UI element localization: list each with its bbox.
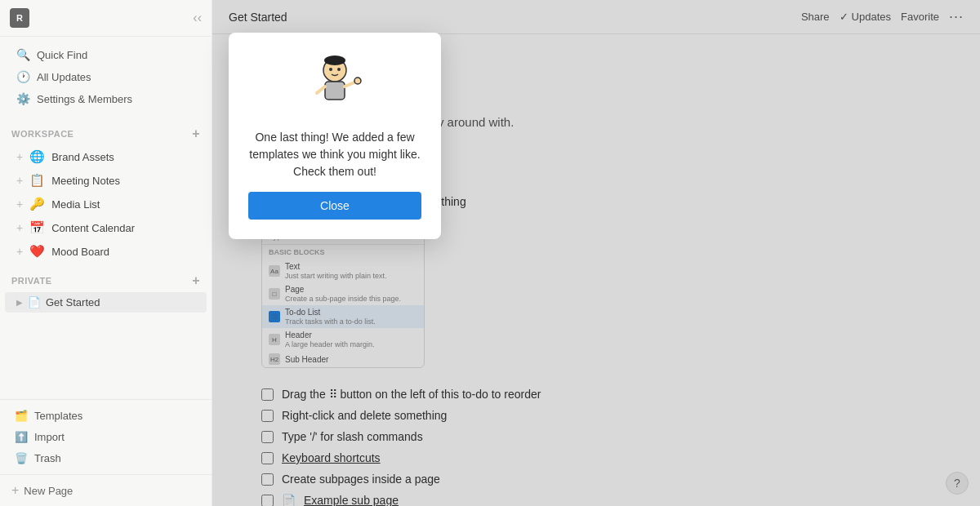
sidebar-item-media-list-label: Media List xyxy=(51,198,100,211)
brand-assets-icon: 🌐 xyxy=(29,149,45,164)
sidebar: R ‹‹ 🔍 Quick Find 🕐 All Updates ⚙️ Setti… xyxy=(0,0,212,506)
workspace-icon: R xyxy=(10,8,29,28)
sidebar-toggle-button[interactable]: ‹‹ xyxy=(193,11,202,25)
sidebar-item-mood-board[interactable]: + ❤️ Mood Board xyxy=(5,240,207,263)
mood-board-icon: ❤️ xyxy=(29,244,45,259)
sidebar-item-all-updates[interactable]: 🕐 All Updates xyxy=(5,66,207,87)
sidebar-item-settings[interactable]: ⚙️ Settings & Members xyxy=(5,88,207,109)
svg-point-6 xyxy=(354,78,361,84)
sidebar-item-quick-find[interactable]: 🔍 Quick Find xyxy=(5,44,207,65)
modal-overlay: One last thing! We added a few templates… xyxy=(212,0,980,506)
new-page-button[interactable]: + New Page xyxy=(0,474,212,506)
svg-point-1 xyxy=(324,55,345,65)
meeting-notes-icon: 📋 xyxy=(29,173,45,188)
svg-line-7 xyxy=(317,87,325,93)
character-illustration xyxy=(302,52,368,118)
sidebar-item-trash[interactable]: 🗑️ Trash xyxy=(5,448,207,468)
sidebar-item-get-started[interactable]: ▶ 📄 Get Started xyxy=(5,292,207,313)
plus-icon: + xyxy=(16,198,23,211)
workspace-add-button[interactable]: + xyxy=(192,126,200,141)
plus-icon: + xyxy=(16,174,23,187)
sidebar-item-content-calendar-label: Content Calendar xyxy=(51,222,135,234)
workspace-section-label: WORKSPACE + xyxy=(0,117,212,144)
media-list-icon: 🔑 xyxy=(29,197,45,211)
private-add-button[interactable]: + xyxy=(192,273,200,288)
sidebar-item-brand-assets[interactable]: + 🌐 Brand Assets xyxy=(5,145,207,168)
main-content: Get Started Share ✓ Updates Favorite ···… xyxy=(212,0,980,506)
svg-point-2 xyxy=(329,68,332,71)
private-label-text: PRIVATE xyxy=(11,276,52,286)
sidebar-item-meeting-notes[interactable]: + 📋 Meeting Notes xyxy=(5,169,207,192)
sidebar-nav: 🔍 Quick Find 🕐 All Updates ⚙️ Settings &… xyxy=(0,37,212,117)
private-section-label: PRIVATE + xyxy=(0,264,212,291)
svg-rect-4 xyxy=(325,82,345,100)
sidebar-item-quick-find-label: Quick Find xyxy=(37,49,87,61)
content-calendar-icon: 📅 xyxy=(29,220,45,235)
plus-icon: + xyxy=(16,245,23,258)
sidebar-bottom: 🗂️ Templates ⬆️ Import 🗑️ Trash xyxy=(0,399,212,474)
sidebar-item-meeting-notes-label: Meeting Notes xyxy=(51,175,120,187)
templates-icon: 🗂️ xyxy=(15,410,28,422)
sidebar-item-media-list[interactable]: + 🔑 Media List xyxy=(5,193,207,215)
modal-illustration xyxy=(302,52,368,118)
modal-dialog: One last thing! We added a few templates… xyxy=(229,33,441,239)
sidebar-item-templates[interactable]: 🗂️ Templates xyxy=(5,406,207,426)
workspace-items: + 🌐 Brand Assets + 📋 Meeting Notes + 🔑 M… xyxy=(0,144,212,264)
trash-icon: 🗑️ xyxy=(15,452,28,464)
sidebar-item-content-calendar[interactable]: + 📅 Content Calendar xyxy=(5,216,207,239)
clock-icon: 🕐 xyxy=(16,70,30,83)
sidebar-item-settings-label: Settings & Members xyxy=(37,93,132,105)
sidebar-item-all-updates-label: All Updates xyxy=(37,71,91,83)
plus-icon: + xyxy=(16,150,23,163)
sidebar-item-get-started-label: Get Started xyxy=(46,296,100,308)
modal-message: One last thing! We added a few templates… xyxy=(248,129,421,180)
sidebar-item-import-label: Import xyxy=(34,431,65,443)
sidebar-item-import[interactable]: ⬆️ Import xyxy=(5,427,207,447)
import-icon: ⬆️ xyxy=(15,431,28,443)
chevron-right-icon: ▶ xyxy=(16,298,23,307)
sidebar-item-mood-board-label: Mood Board xyxy=(51,246,109,258)
gear-icon: ⚙️ xyxy=(16,92,30,105)
workspace-label-text: WORKSPACE xyxy=(11,129,74,139)
search-icon: 🔍 xyxy=(16,48,30,61)
plus-icon: + xyxy=(11,483,19,498)
plus-icon: + xyxy=(16,221,23,234)
sidebar-item-templates-label: Templates xyxy=(34,410,82,422)
new-page-label: New Page xyxy=(24,485,73,497)
page-icon: 📄 xyxy=(28,296,41,308)
sidebar-header: R ‹‹ xyxy=(0,0,212,37)
sidebar-item-trash-label: Trash xyxy=(34,452,61,464)
sidebar-item-brand-assets-label: Brand Assets xyxy=(51,151,114,163)
svg-point-3 xyxy=(337,68,341,71)
modal-close-button[interactable]: Close xyxy=(248,192,421,220)
